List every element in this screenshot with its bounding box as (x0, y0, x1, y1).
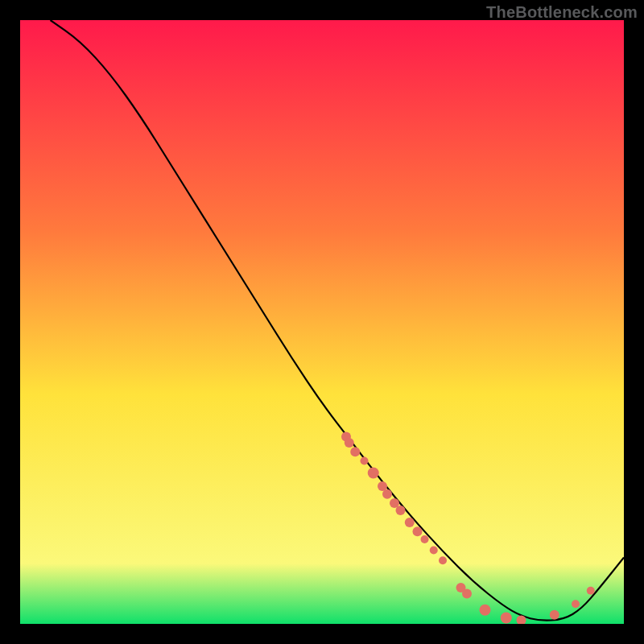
scatter-dot (368, 468, 379, 479)
chart-plot (20, 20, 624, 624)
scatter-dot (421, 535, 429, 543)
scatter-dot (413, 526, 423, 536)
scatter-dot (350, 447, 360, 456)
scatter-dot (439, 556, 447, 564)
scatter-dot (382, 489, 392, 499)
scatter-dot (480, 605, 491, 616)
scatter-dot (361, 457, 369, 465)
scatter-dot (345, 438, 354, 448)
watermark-text: TheBottleneck.com (486, 3, 638, 22)
scatter-dot (430, 547, 438, 555)
scatter-dot (587, 587, 595, 595)
scatter-dot (405, 518, 415, 527)
gradient-bg (20, 20, 624, 624)
scatter-dot (572, 600, 580, 608)
scatter-dot (550, 610, 559, 620)
chart-container: TheBottleneck.com (0, 0, 644, 644)
scatter-dot (462, 589, 472, 599)
scatter-dot (396, 506, 406, 515)
scatter-dot (501, 613, 512, 624)
